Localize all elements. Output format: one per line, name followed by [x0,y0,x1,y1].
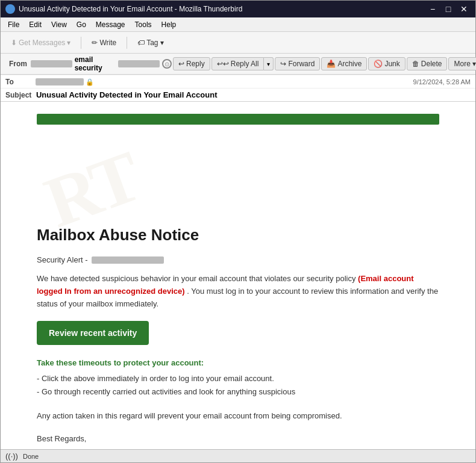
menu-bar: File Edit View Go Message Tools Help [1,17,475,32]
menu-file[interactable]: File [3,19,24,30]
bullet-item-1: - Click the above immediately in order t… [37,372,439,385]
write-button[interactable]: ✏ Write [86,36,122,49]
toolbar-separator-2 [127,37,127,49]
bullet-item-2: - Go through recently carried out activi… [37,385,439,399]
maximize-button[interactable]: □ [442,4,455,14]
bullet-list: - Click the above immediately in order t… [37,372,439,399]
to-email-redacted [36,78,84,85]
junk-button[interactable]: 🚫 Junk [368,57,405,70]
more-button[interactable]: More ▾ [448,57,476,70]
status-text: Done [23,453,39,460]
from-value: email security ⊙ [31,55,172,72]
forward-icon: ↪ [280,60,286,68]
forward-button[interactable]: ↪ Forward [275,57,320,70]
from-action-bar: From email security ⊙ ↩ Reply ↩↩ Reply A… [1,54,475,75]
para1-prefix: We have detected suspicious behavior in … [37,274,355,283]
toolbar-separator [81,37,81,49]
menu-help[interactable]: Help [157,19,181,30]
archive-button[interactable]: 📥 Archive [321,57,367,70]
toolbar: ⬇ Get Messages ▾ ✏ Write 🏷 Tag ▾ [1,32,475,54]
sender-avatar-redacted [31,60,72,67]
email-paragraph-1: We have detected suspicious behavior in … [37,273,439,310]
get-messages-arrow-icon: ▾ [67,39,70,47]
subject-label: Subject [5,91,31,99]
tag-arrow-icon: ▾ [160,39,164,47]
reply-all-button[interactable]: ↩↩ Reply All [211,57,265,70]
action-buttons: ↩ Reply ↩↩ Reply All ▾ ↪ Forward 📥 Arch [173,57,476,70]
menu-edit[interactable]: Edit [24,19,46,30]
delete-icon: 🗑 [412,60,419,68]
status-icon: ((·)) [5,452,18,461]
window-controls: − □ ✕ [426,4,471,14]
reply-all-group: ↩↩ Reply All ▾ [211,57,274,70]
menu-tools[interactable]: Tools [130,19,157,30]
email-inner: RT Mailbox Abuse Notice Security Alert -… [1,125,475,449]
app-icon [5,4,15,14]
tag-icon: 🏷 [137,39,145,47]
signature: Best Regards, Email Service Provider Dom… [37,432,439,449]
more-arrow-icon: ▾ [472,60,476,68]
sender-email-redacted [118,60,160,67]
title-bar: Unusual Activity Detected in Your Email … [1,1,475,17]
main-window: Unusual Activity Detected in Your Email … [0,0,476,463]
closing-para: Any action taken in this regard will pre… [37,410,439,423]
tag-button[interactable]: 🏷 Tag ▾ [132,36,169,49]
menu-go[interactable]: Go [72,19,91,30]
window-title: Unusual Activity Detected in Your Email … [19,5,426,13]
get-messages-icon: ⬇ [11,39,17,47]
cta-button[interactable]: Review recent activity [37,321,149,345]
security-alert-prefix: Security Alert - [37,255,88,264]
menu-view[interactable]: View [46,19,72,30]
ip-address-redacted [92,256,164,264]
email-content: RT Mailbox Abuse Notice Security Alert -… [1,114,475,449]
email-headers: From email security ⊙ ↩ Reply ↩↩ Reply A… [1,54,475,102]
get-messages-button[interactable]: ⬇ Get Messages ▾ [5,36,76,49]
email-title: Mailbox Abuse Notice [37,226,439,244]
subject-row: Subject Unusual Activity Detected in You… [1,88,475,101]
best-regards: Best Regards, [37,432,439,446]
reply-all-dropdown[interactable]: ▾ [264,57,274,70]
security-alert-row: Security Alert - [37,255,439,264]
archive-icon: 📥 [327,60,336,68]
reply-all-icon: ↩↩ [217,60,229,68]
from-label: From [5,58,30,69]
close-button[interactable]: ✕ [457,4,471,14]
more-group: More ▾ [448,57,476,70]
lock-icon: 🔒 [86,78,94,85]
minimize-button[interactable]: − [426,4,439,14]
to-label: To [5,78,36,86]
email-header-bar [37,114,439,125]
security-check-icon: ⊙ [162,59,172,69]
junk-icon: 🚫 [374,60,383,68]
delete-button[interactable]: 🗑 Delete [407,57,448,70]
reply-button[interactable]: ↩ Reply [173,57,210,70]
protect-heading: Take these timeouts to protect your acco… [37,358,439,367]
status-bar: ((·)) Done [1,449,475,462]
reply-icon: ↩ [178,60,184,68]
menu-message[interactable]: Message [91,19,130,30]
email-date: 9/12/2024, 5:28 AM [413,78,471,85]
to-row: To 🔒 9/12/2024, 5:28 AM [1,75,475,88]
email-body[interactable]: RT Mailbox Abuse Notice Security Alert -… [1,102,475,449]
to-value: 🔒 [36,78,413,86]
sender-name: email security [75,55,116,72]
write-icon: ✏ [92,39,98,47]
subject-text: Unusual Activity Detected in Your Email … [36,90,218,99]
